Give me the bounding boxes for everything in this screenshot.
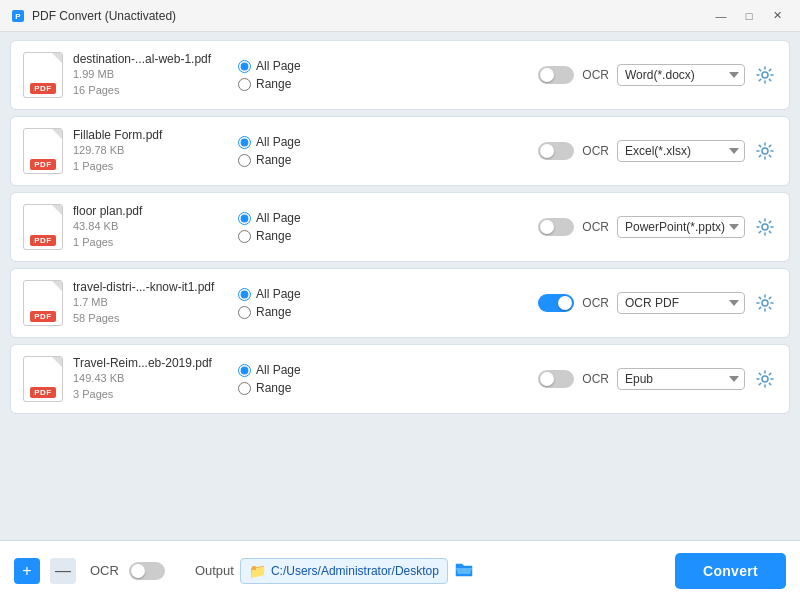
range-option[interactable]: Range (238, 381, 338, 395)
pdf-badge: PDF (30, 387, 56, 398)
page-options: All Page Range (238, 59, 338, 91)
format-select[interactable]: Word(*.docx)Excel(*.xlsx)PowerPoint(*.pp… (617, 368, 745, 390)
ocr-label: OCR (582, 68, 609, 82)
range-option[interactable]: Range (238, 77, 338, 91)
file-size: 149.43 KB (73, 370, 228, 387)
pdf-file-icon: PDF (23, 128, 63, 174)
ocr-section: OCR Word(*.docx)Excel(*.xlsx)PowerPoint(… (538, 139, 777, 163)
output-path[interactable]: 📁 C:/Users/Administrator/Desktop (240, 558, 448, 584)
pdf-file-icon: PDF (23, 280, 63, 326)
pdf-badge: PDF (30, 159, 56, 170)
file-info: destination-...al-web-1.pdf 1.99 MB 16 P… (73, 52, 228, 99)
ocr-toggle[interactable] (538, 294, 574, 312)
file-list: PDF destination-...al-web-1.pdf 1.99 MB … (0, 32, 800, 540)
ocr-toggle[interactable] (538, 218, 574, 236)
file-card: PDF floor plan.pdf 43.84 KB 1 Pages All … (10, 192, 790, 262)
all-page-label: All Page (256, 211, 301, 225)
file-info: Fillable Form.pdf 129.78 KB 1 Pages (73, 128, 228, 175)
page-options: All Page Range (238, 287, 338, 319)
all-page-option[interactable]: All Page (238, 135, 338, 149)
settings-gear-button[interactable] (753, 367, 777, 391)
ocr-toggle[interactable] (538, 370, 574, 388)
title-bar: P PDF Convert (Unactivated) — □ ✕ (0, 0, 800, 32)
bottom-ocr-label: OCR (90, 563, 119, 578)
all-page-option[interactable]: All Page (238, 363, 338, 377)
file-card: PDF Travel-Reim...eb-2019.pdf 149.43 KB … (10, 344, 790, 414)
format-select[interactable]: Word(*.docx)Excel(*.xlsx)PowerPoint(*.pp… (617, 140, 745, 162)
maximize-button[interactable]: □ (736, 6, 762, 26)
format-select[interactable]: Word(*.docx)Excel(*.xlsx)PowerPoint(*.pp… (617, 292, 745, 314)
settings-gear-button[interactable] (753, 139, 777, 163)
pdf-badge: PDF (30, 83, 56, 94)
file-card: PDF travel-distri-...-know-it1.pdf 1.7 M… (10, 268, 790, 338)
ocr-toggle[interactable] (538, 142, 574, 160)
pdf-badge: PDF (30, 235, 56, 246)
all-page-label: All Page (256, 287, 301, 301)
range-label: Range (256, 381, 291, 395)
remove-file-button[interactable]: — (50, 558, 76, 584)
window-controls: — □ ✕ (708, 6, 790, 26)
all-page-option[interactable]: All Page (238, 287, 338, 301)
file-size: 43.84 KB (73, 218, 228, 235)
format-select[interactable]: Word(*.docx)Excel(*.xlsx)PowerPoint(*.pp… (617, 64, 745, 86)
file-pages: 1 Pages (73, 158, 228, 175)
file-name: Fillable Form.pdf (73, 128, 228, 142)
add-file-button[interactable]: + (14, 558, 40, 584)
pdf-file-icon: PDF (23, 356, 63, 402)
all-page-option[interactable]: All Page (238, 211, 338, 225)
svg-text:P: P (15, 12, 21, 21)
file-info: travel-distri-...-know-it1.pdf 1.7 MB 58… (73, 280, 228, 327)
ocr-section: OCR Word(*.docx)Excel(*.xlsx)PowerPoint(… (538, 291, 777, 315)
svg-point-5 (762, 300, 768, 306)
ocr-section: OCR Word(*.docx)Excel(*.xlsx)PowerPoint(… (538, 63, 777, 87)
pdf-badge: PDF (30, 311, 56, 322)
format-select[interactable]: Word(*.docx)Excel(*.xlsx)PowerPoint(*.pp… (617, 216, 745, 238)
file-size: 1.7 MB (73, 294, 228, 311)
convert-button[interactable]: Convert (675, 553, 786, 589)
svg-point-4 (762, 224, 768, 230)
svg-point-3 (762, 148, 768, 154)
all-page-option[interactable]: All Page (238, 59, 338, 73)
output-path-text: C:/Users/Administrator/Desktop (271, 564, 439, 578)
svg-point-2 (762, 72, 768, 78)
all-page-label: All Page (256, 135, 301, 149)
file-info: Travel-Reim...eb-2019.pdf 149.43 KB 3 Pa… (73, 356, 228, 403)
ocr-label: OCR (582, 220, 609, 234)
ocr-section: OCR Word(*.docx)Excel(*.xlsx)PowerPoint(… (538, 215, 777, 239)
page-options: All Page Range (238, 211, 338, 243)
ocr-toggle[interactable] (538, 66, 574, 84)
file-size: 129.78 KB (73, 142, 228, 159)
settings-gear-button[interactable] (753, 291, 777, 315)
open-folder-button[interactable] (454, 560, 474, 582)
range-label: Range (256, 305, 291, 319)
pdf-file-icon: PDF (23, 204, 63, 250)
file-info: floor plan.pdf 43.84 KB 1 Pages (73, 204, 228, 251)
settings-gear-button[interactable] (753, 215, 777, 239)
range-label: Range (256, 77, 291, 91)
global-ocr-toggle[interactable] (129, 562, 165, 580)
file-pages: 16 Pages (73, 82, 228, 99)
window-title: PDF Convert (Unactivated) (32, 9, 708, 23)
file-card: PDF Fillable Form.pdf 129.78 KB 1 Pages … (10, 116, 790, 186)
file-name: destination-...al-web-1.pdf (73, 52, 228, 66)
folder-icon: 📁 (249, 563, 266, 579)
range-option[interactable]: Range (238, 305, 338, 319)
range-option[interactable]: Range (238, 229, 338, 243)
app-icon: P (10, 8, 26, 24)
pdf-file-icon: PDF (23, 52, 63, 98)
file-card: PDF destination-...al-web-1.pdf 1.99 MB … (10, 40, 790, 110)
range-label: Range (256, 229, 291, 243)
ocr-label: OCR (582, 296, 609, 310)
settings-gear-button[interactable] (753, 63, 777, 87)
svg-point-6 (762, 376, 768, 382)
close-button[interactable]: ✕ (764, 6, 790, 26)
page-options: All Page Range (238, 135, 338, 167)
file-name: Travel-Reim...eb-2019.pdf (73, 356, 228, 370)
page-options: All Page Range (238, 363, 338, 395)
minimize-button[interactable]: — (708, 6, 734, 26)
file-name: floor plan.pdf (73, 204, 228, 218)
file-size: 1.99 MB (73, 66, 228, 83)
all-page-label: All Page (256, 363, 301, 377)
file-name: travel-distri-...-know-it1.pdf (73, 280, 228, 294)
range-option[interactable]: Range (238, 153, 338, 167)
